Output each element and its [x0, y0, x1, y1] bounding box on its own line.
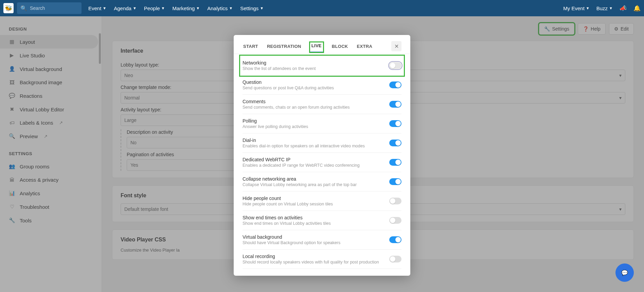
setting-toggle[interactable]	[389, 62, 401, 69]
setting-toggle[interactable]	[389, 198, 401, 204]
setting-row-dial-in: Dial-inEnables dial-in option for speake…	[243, 133, 401, 153]
setting-title: Polling	[243, 118, 389, 124]
setting-desc: Enables dial-in option for speakers on a…	[243, 144, 389, 148]
setting-title: Dedicated WebRTC IP	[243, 157, 389, 162]
chevron-down-icon: ▼	[229, 6, 233, 10]
nav-item-buzz[interactable]: Buzz▼	[596, 5, 613, 11]
setting-row-dedicated-webrtc-ip: Dedicated WebRTC IPEnables a dedicated I…	[243, 153, 401, 172]
modal-body: NetworkingShow the list of attendees on …	[234, 54, 410, 276]
modal-close-button[interactable]: ✕	[391, 41, 401, 51]
setting-toggle[interactable]	[389, 159, 401, 166]
nav-item-settings[interactable]: Settings▼	[240, 5, 264, 11]
setting-row-show-end-times-on-activities: Show end times on activitiesShow end tim…	[243, 211, 401, 230]
chevron-down-icon: ▼	[586, 6, 590, 10]
setting-toggle[interactable]	[389, 81, 401, 88]
bell-icon[interactable]: 🔔	[633, 5, 641, 12]
chevron-down-icon: ▼	[103, 6, 106, 10]
setting-toggle[interactable]	[389, 101, 401, 108]
nav-item-my-event[interactable]: My Event▼	[563, 5, 589, 11]
setting-title: Dial-in	[243, 138, 389, 143]
setting-title: Collapse networking area	[243, 176, 389, 182]
search-icon: 🔍	[20, 5, 27, 12]
chevron-down-icon: ▼	[609, 6, 613, 10]
setting-title: Comments	[243, 99, 389, 104]
search-box[interactable]: 🔍	[17, 2, 82, 14]
setting-toggle[interactable]	[389, 140, 401, 146]
setting-desc: Enables a dedicated IP range for WebRTC …	[243, 163, 389, 168]
nav-item-agenda[interactable]: Agenda▼	[114, 5, 137, 11]
close-icon: ✕	[394, 43, 399, 50]
modal-tab-block[interactable]: BLOCK	[331, 42, 349, 54]
setting-toggle[interactable]	[389, 120, 401, 127]
secondary-nav: My Event▼Buzz▼ 📣 🔔	[563, 5, 641, 12]
setting-row-virtual-background: Virtual backgroundShould have Virtual Ba…	[243, 230, 401, 250]
setting-desc: Show the list of attendees on the event	[243, 66, 389, 71]
chat-icon: 💬	[621, 270, 628, 276]
search-input[interactable]	[30, 5, 78, 11]
nav-item-marketing[interactable]: Marketing▼	[172, 5, 200, 11]
setting-title: Hide people count	[243, 196, 389, 201]
modal-tab-live[interactable]: LIVE	[309, 42, 324, 53]
setting-title: Question	[243, 79, 389, 85]
setting-row-local-recording: Local recordingShould record locally spe…	[243, 250, 401, 269]
modal-tabs: STARTREGISTRATIONLIVEBLOCKEXTRA✕	[234, 40, 410, 54]
setting-row-comments: CommentsSend comments, chats or an open …	[243, 95, 401, 114]
settings-modal: STARTREGISTRATIONLIVEBLOCKEXTRA✕ Network…	[234, 35, 410, 276]
setting-row-polling: PollingAnswer live polling during activi…	[243, 114, 401, 133]
chevron-down-icon: ▼	[196, 6, 200, 10]
setting-desc: Should have Virtual Background option fo…	[243, 240, 389, 245]
setting-desc: Send comments, chats or an open forum du…	[243, 105, 389, 110]
modal-tab-registration[interactable]: REGISTRATION	[266, 42, 302, 54]
setting-title: Show end times on activities	[243, 215, 389, 220]
chat-fab[interactable]: 💬	[615, 263, 634, 282]
setting-toggle[interactable]	[389, 236, 401, 243]
setting-title: Local recording	[243, 254, 389, 259]
top-nav: 🐝 🔍 Event▼Agenda▼People▼Marketing▼Analyt…	[0, 0, 644, 16]
setting-desc: Hide people count on Virtual Lobby sessi…	[243, 202, 389, 206]
setting-toggle[interactable]	[389, 256, 401, 262]
setting-row-collapse-networking-area: Collapse networking areaCollapse Virtual…	[243, 172, 401, 191]
chevron-down-icon: ▼	[260, 6, 264, 10]
setting-row-hide-people-count: Hide people countHide people count on Vi…	[243, 191, 401, 211]
setting-row-question: QuestionSend questions or post live Q&A …	[243, 75, 401, 95]
setting-toggle[interactable]	[389, 178, 401, 185]
setting-desc: Collapse Virtual Lobby networking area a…	[243, 182, 389, 187]
megaphone-icon[interactable]: 📣	[620, 5, 627, 12]
nav-item-people[interactable]: People▼	[144, 5, 165, 11]
setting-title: Networking	[243, 60, 389, 66]
setting-title: Virtual background	[243, 234, 389, 240]
setting-desc: Show end times on Virtual Lobby activiti…	[243, 221, 389, 226]
primary-nav: Event▼Agenda▼People▼Marketing▼Analytics▼…	[88, 5, 264, 11]
setting-desc: Send questions or post live Q&A during a…	[243, 86, 389, 90]
modal-tab-start[interactable]: START	[243, 42, 259, 54]
nav-item-analytics[interactable]: Analytics▼	[207, 5, 233, 11]
logo[interactable]: 🐝	[3, 3, 14, 13]
nav-item-event[interactable]: Event▼	[88, 5, 106, 11]
chevron-down-icon: ▼	[161, 6, 165, 10]
setting-toggle[interactable]	[389, 217, 401, 224]
setting-row-networking: NetworkingShow the list of attendees on …	[240, 56, 404, 75]
setting-desc: Answer live polling during activities	[243, 124, 389, 129]
setting-desc: Should record locally speakers videos wi…	[243, 260, 389, 264]
chevron-down-icon: ▼	[133, 6, 137, 10]
modal-tab-extra[interactable]: EXTRA	[356, 42, 373, 54]
